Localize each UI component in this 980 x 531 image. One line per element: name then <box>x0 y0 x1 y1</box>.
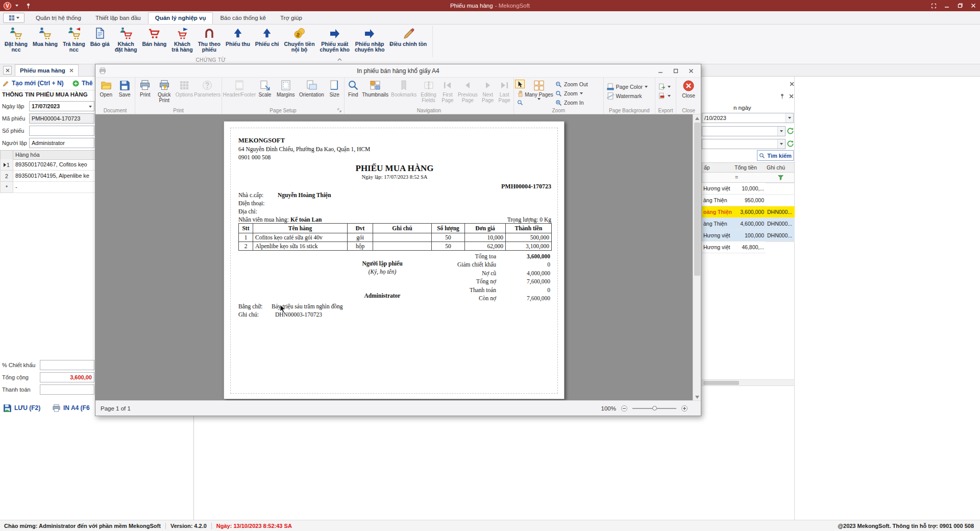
first-page-button[interactable]: First Page <box>439 79 456 103</box>
ribbon-item-dat-hang-ncc[interactable]: Đặt hàng ncc <box>2 26 30 54</box>
result-row-note[interactable] <box>766 195 795 195</box>
result-row-total[interactable]: 10,000,... <box>733 183 766 195</box>
refresh-icon[interactable] <box>787 140 794 148</box>
previous-page-button[interactable]: Previous Page <box>456 79 479 103</box>
result-row-total[interactable]: 950,000 <box>733 195 766 206</box>
print-a4-f6-button[interactable]: IN A4 (F6 <box>50 401 92 415</box>
filter-combo-2[interactable] <box>702 139 786 149</box>
panel-close-icon[interactable] <box>789 94 794 99</box>
result-row-note[interactable] <box>766 183 795 183</box>
header-footer-button[interactable]: Header/Footer <box>223 79 256 98</box>
auto-hide-pin-icon[interactable] <box>779 93 785 99</box>
watermark-button[interactable]: Watermark <box>605 91 650 101</box>
caret-down-icon[interactable] <box>89 106 92 108</box>
quick-access-caret-icon[interactable] <box>11 0 22 11</box>
refresh-icon[interactable] <box>787 127 794 135</box>
discount-input[interactable] <box>40 360 94 370</box>
result-row-total[interactable]: 100,000 <box>733 230 766 242</box>
save-f2-button[interactable]: LƯU (F2) <box>1 401 42 415</box>
grid-header-ghi-chu[interactable]: Ghi chú <box>765 162 795 173</box>
zoom-dropdown[interactable]: Zoom <box>553 89 590 98</box>
preview-vertical-scrollbar[interactable] <box>693 114 701 401</box>
zoom-out-slider-button[interactable] <box>621 405 627 412</box>
scale-button[interactable]: Scale <box>256 79 274 98</box>
filter-cell-operator[interactable]: = <box>733 172 766 183</box>
tab-bao-cao-thong-ke[interactable]: Báo cáo thống kê <box>213 12 273 24</box>
result-row-supplier[interactable]: àng Thiện <box>702 195 733 206</box>
create-new-button[interactable]: Tạo mới (Ctrl + N) <box>0 77 66 90</box>
date-filter-combo[interactable]: /10/2023 <box>702 113 794 123</box>
ribbon-collapse-chevron-icon[interactable] <box>335 56 344 63</box>
ribbon-item-tra-hang-ncc[interactable]: Trả hàng ncc <box>60 26 88 54</box>
result-row-note[interactable]: DHN000... <box>766 230 795 242</box>
paid-input[interactable] <box>40 384 94 395</box>
preview-close-button[interactable]: Close <box>677 79 700 99</box>
export-pdf-button[interactable] <box>656 91 673 101</box>
horizontal-scrollbar[interactable] <box>702 379 795 386</box>
pointer-tool-button[interactable] <box>515 80 525 88</box>
tab-close-icon[interactable] <box>69 68 74 73</box>
result-row-supplier[interactable]: àng Thiện <box>702 218 733 230</box>
hand-tool-button[interactable] <box>515 89 525 98</box>
restore-button[interactable] <box>953 0 967 11</box>
ribbon-item-khach-tra-hang[interactable]: Khách trả hàng <box>169 26 195 54</box>
zoom-in-button[interactable]: Zoom In <box>553 98 590 107</box>
ribbon-item-ban-hang[interactable]: Bán hàng <box>139 26 169 48</box>
caret-down-icon[interactable] <box>786 113 793 123</box>
save-button[interactable]: Save <box>115 79 134 98</box>
ribbon-item-phieu-thu[interactable]: Phiếu thu <box>223 26 253 48</box>
close-all-tabs-button[interactable] <box>3 66 12 75</box>
page-color-button[interactable]: Page Color <box>605 82 650 91</box>
result-row-total[interactable]: 46,800,... <box>733 242 766 253</box>
result-row-note[interactable] <box>766 242 795 242</box>
voucher-number-input[interactable] <box>29 126 94 136</box>
last-page-button[interactable]: Last Page <box>496 79 512 103</box>
zoom-in-slider-button[interactable] <box>681 405 688 412</box>
many-pages-button[interactable]: Many Pages <box>525 79 553 100</box>
tab-phieu-mua-hang[interactable]: Phiếu mua hàng <box>15 64 79 76</box>
caret-down-icon[interactable] <box>777 139 785 149</box>
total-input[interactable]: 3,600,00 <box>40 372 94 382</box>
search-button[interactable]: Tìm kiếm <box>757 150 794 161</box>
tab-tro-giup[interactable]: Trợ giúp <box>273 12 309 24</box>
filter-combo-1[interactable] <box>702 126 786 136</box>
ribbon-item-dieu-chinh-ton[interactable]: Điều chỉnh tồn <box>387 26 429 48</box>
next-page-button[interactable]: Next Page <box>479 79 496 103</box>
thumbnails-button[interactable]: Thumbnails <box>361 79 390 98</box>
find-button[interactable]: Find <box>346 79 361 98</box>
voucher-code-input[interactable]: PMH00004-170723 <box>29 113 94 124</box>
result-row-total[interactable]: 3,600,000 <box>733 206 766 218</box>
fullscreen-button[interactable] <box>927 0 940 11</box>
pin-icon[interactable] <box>22 0 34 11</box>
print-button[interactable]: Print <box>136 79 154 98</box>
date-created-input[interactable]: 17/07/2023 <box>29 101 94 111</box>
tab-thiet-lap-ban-dau[interactable]: Thiết lập ban đầu <box>88 12 148 24</box>
result-row-total[interactable]: 4,600,000 <box>733 218 766 230</box>
ribbon-item-khach-dat-hang[interactable]: Khách đặt hàng <box>112 26 140 54</box>
export-document-button[interactable] <box>656 82 673 91</box>
result-row-supplier-highlighted[interactable]: oàng Thiện <box>702 206 733 218</box>
dialog-minimize-button[interactable] <box>653 65 668 77</box>
margins-button[interactable]: Margins <box>274 79 298 98</box>
ribbon-item-phieu-xuat-chuyen-kho[interactable]: Phiếu xuất chuyển kho <box>317 26 352 54</box>
grid-header-cap[interactable]: ấp <box>702 162 733 173</box>
bookmarks-button[interactable]: Bookmarks <box>390 79 418 98</box>
filter-cell[interactable] <box>702 172 733 183</box>
filter-funnel-icon[interactable] <box>777 174 784 181</box>
result-row-supplier[interactable]: Hương việt <box>702 230 733 242</box>
dialog-maximize-button[interactable] <box>668 65 683 77</box>
ribbon-item-bao-gia[interactable]: Báo giá <box>88 26 112 48</box>
orientation-button[interactable]: Orientation <box>298 79 326 98</box>
magnifier-tool-button[interactable] <box>515 98 525 107</box>
zoom-slider[interactable] <box>632 405 676 412</box>
quick-print-button[interactable]: Quick Print <box>154 79 175 103</box>
tab-quan-tri-he-thong[interactable]: Quản trị hệ thống <box>29 12 88 24</box>
creator-input[interactable]: Administrator <box>29 138 94 148</box>
add-button[interactable]: Thê <box>70 77 94 90</box>
ribbon-item-phieu-nhap-chuyen-kho[interactable]: Phiếu nhập chuyển kho <box>352 26 387 54</box>
tab-quan-ly-nghiep-vu[interactable]: Quản lý nghiệp vụ <box>148 12 213 24</box>
ribbon-item-chuyen-tien-noi-bo[interactable]: Chuyển tiền nội bộ <box>282 26 317 54</box>
ribbon-item-thu-theo-phieu[interactable]: Thu theo phiếu <box>195 26 223 54</box>
parameters-button[interactable]: Parameters <box>194 79 220 98</box>
ribbon-item-phieu-chi[interactable]: Phiếu chi <box>253 26 282 48</box>
